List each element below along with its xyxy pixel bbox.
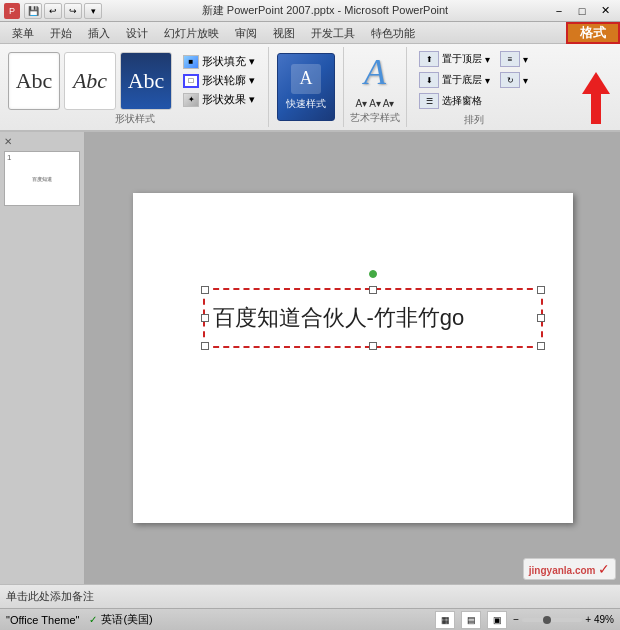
rotation-handle[interactable] [369,270,377,278]
close-button[interactable]: ✕ [594,1,616,21]
shape-options: ■ 形状填充 ▾ □ 形状轮廓 ▾ ✦ 形状效果 ▾ [176,49,262,112]
effect-icon: ✦ [183,93,199,107]
tab-review[interactable]: 审阅 [227,23,265,43]
tab-insert[interactable]: 插入 [80,23,118,43]
slide-text[interactable]: 百度知道合伙人-竹非竹go [213,303,465,333]
arrow-indicator [582,72,610,124]
notes-bar[interactable]: 单击此处添加备注 [0,584,620,608]
close-panel-icon[interactable]: ✕ [4,136,12,147]
slide-canvas: 百度知道合伙人-竹非竹go [133,193,573,523]
handle-bottom-middle[interactable] [369,342,377,350]
lang-check-icon: ✓ [89,614,97,625]
handle-top-left[interactable] [201,286,209,294]
arrange-label: 排列 [464,113,484,129]
zoom-in-icon[interactable]: + [585,614,591,625]
status-bar: "Office Theme" ✓ 英语(美国) ▦ ▤ ▣ − + 49% [0,608,620,630]
selection-pane-icon: ☰ [419,93,439,109]
arrange-col-left: ⬆ 置于顶层 ▾ ⬇ 置于底层 ▾ ☰ 选择窗格 [415,49,494,111]
selection-pane-button[interactable]: ☰ 选择窗格 [415,91,494,111]
slide-area: 百度知道合伙人-竹非竹go jingyanla.com ✓ [85,132,620,584]
ribbon-tab-bar[interactable]: 菜单 开始 插入 设计 幻灯片放映 审阅 视图 开发工具 特色功能 格式 [0,22,620,44]
handle-middle-right[interactable] [537,314,545,322]
abc-style-3[interactable]: Abc [120,52,172,110]
quick-style-button[interactable]: A 快速样式 [277,53,335,121]
art-text-outline[interactable]: A▾ [369,98,381,109]
art-style-content: A A▾ A▾ A▾ [353,47,396,111]
fill-icon: ■ [183,55,199,69]
slide-thumbnail-1[interactable]: 1 百度知道 [4,151,80,206]
format-tab-label: 格式 [580,24,606,42]
handle-bottom-right[interactable] [537,342,545,350]
normal-view-button[interactable]: ▦ [435,611,455,629]
watermark: jingyanla.com ✓ [523,558,616,580]
abc-style-2[interactable]: Abc [64,52,116,110]
arrange-content: ⬆ 置于顶层 ▾ ⬇ 置于底层 ▾ ☰ 选择窗格 [413,47,534,113]
tab-devtools[interactable]: 开发工具 [303,23,363,43]
text-box[interactable]: 百度知道合伙人-竹非竹go [203,288,543,348]
zoom-slider[interactable] [522,618,582,622]
slide-sorter-button[interactable]: ▤ [461,611,481,629]
title-bar-left: P 💾 ↩ ↪ ▾ [4,3,102,19]
rotate-button[interactable]: ↻ ▾ [496,70,532,90]
tab-features[interactable]: 特色功能 [363,23,423,43]
tab-view[interactable]: 视图 [265,23,303,43]
arrange-col-right: ≡ ▾ ↻ ▾ [496,49,532,90]
quick-style-content: A 快速样式 [275,47,337,125]
bring-to-front-button[interactable]: ⬆ 置于顶层 ▾ [415,49,494,69]
outline-icon: □ [183,74,199,88]
zoom-thumb[interactable] [543,616,551,624]
tab-start[interactable]: 开始 [42,23,80,43]
zoom-out-icon[interactable]: − [513,614,519,625]
art-style-group: A A▾ A▾ A▾ 艺术字样式 [344,47,407,127]
handle-top-right[interactable] [537,286,545,294]
undo-button[interactable]: ↩ [44,3,62,19]
shape-fill-option[interactable]: ■ 形状填充 ▾ [180,53,258,70]
zoom-control[interactable]: − + 49% [513,614,614,625]
close-button-row: ✕ [4,136,80,147]
art-style-options: A▾ A▾ A▾ [353,96,396,111]
window-controls[interactable]: − □ ✕ [548,1,616,21]
handle-middle-left[interactable] [201,314,209,322]
art-text-fill[interactable]: A▾ [355,98,367,109]
quick-access-toolbar[interactable]: 💾 ↩ ↪ ▾ [24,3,102,19]
save-button[interactable]: 💾 [24,3,42,19]
language-info: ✓ 英语(美国) [89,612,152,627]
app-icon: P [4,3,20,19]
slide-panel[interactable]: ✕ 1 百度知道 [0,132,85,584]
minimize-button[interactable]: − [548,1,570,21]
art-text-effect[interactable]: A▾ [383,98,395,109]
shape-effect-option[interactable]: ✦ 形状效果 ▾ [180,91,258,108]
arrow-shaft [591,94,601,124]
shape-styles-content: Abc Abc Abc ■ 形状填充 ▾ □ 形状轮廓 [8,47,262,112]
theme-label: "Office Theme" [6,614,79,626]
tab-slideshow[interactable]: 幻灯片放映 [156,23,227,43]
tab-design[interactable]: 设计 [118,23,156,43]
arrange-group: ⬆ 置于顶层 ▾ ⬇ 置于底层 ▾ ☰ 选择窗格 [407,47,540,127]
ribbon-content: Abc Abc Abc ■ 形状填充 ▾ □ 形状轮廓 [0,44,620,132]
handle-top-middle[interactable] [369,286,377,294]
dropdown-button[interactable]: ▾ [84,3,102,19]
tab-menu[interactable]: 菜单 [4,23,42,43]
redo-button[interactable]: ↪ [64,3,82,19]
arrow-up-icon [582,72,610,94]
abc-style-1[interactable]: Abc [8,52,60,110]
format-tab-active[interactable]: 格式 [566,22,620,44]
art-style-preview: A [364,51,386,93]
notes-placeholder[interactable]: 单击此处添加备注 [6,589,614,604]
thumb-content: 百度知道 [30,174,54,184]
view-controls[interactable]: ▦ ▤ ▣ − + 49% [435,611,614,629]
quick-style-group: A 快速样式 [269,47,344,127]
reading-view-button[interactable]: ▣ [487,611,507,629]
align-button[interactable]: ≡ ▾ [496,49,532,69]
shape-outline-option[interactable]: □ 形状轮廓 ▾ [180,72,258,89]
send-to-back-icon: ⬇ [419,72,439,88]
send-to-back-button[interactable]: ⬇ 置于底层 ▾ [415,70,494,90]
art-style-label: 艺术字样式 [350,111,400,127]
restore-button[interactable]: □ [571,1,593,21]
rotate-icon: ↻ [500,72,520,88]
shape-styles-label: 形状样式 [115,112,155,128]
quick-style-icon: A [291,64,321,94]
align-icon: ≡ [500,51,520,67]
handle-bottom-left[interactable] [201,342,209,350]
theme-info: "Office Theme" [6,614,79,626]
